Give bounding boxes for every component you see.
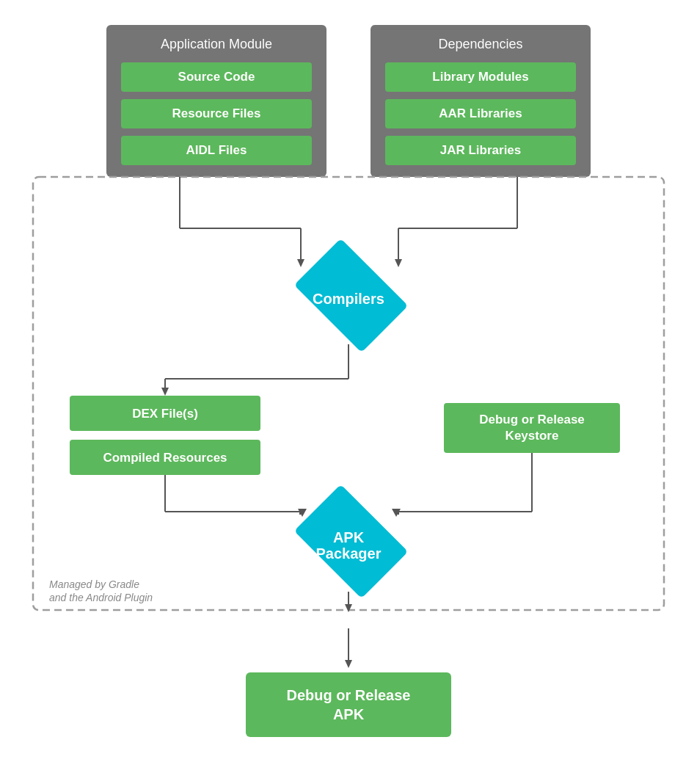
svg-marker-15 [161,388,169,396]
final-apk-line1: Debug or Release [287,687,411,703]
svg-marker-28 [392,509,401,517]
top-row: Application Module Source Code Resource … [18,25,679,177]
dependencies-box: Dependencies Library Modules AAR Librari… [371,25,591,177]
svg-marker-6 [297,259,304,267]
svg-text:Managed by Gradle: Managed by Gradle [49,578,139,590]
application-module-title: Application Module [161,37,272,52]
library-modules-btn: Library Modules [385,62,576,92]
application-module-box: Application Module Source Code Resource … [106,25,326,177]
svg-text:Keystore: Keystore [506,429,559,443]
source-code-btn: Source Code [121,62,312,92]
svg-text:Debug or Release: Debug or Release [479,413,585,427]
flow-diagram-svg: Managed by Gradle and the Android Plugin… [18,170,679,698]
compiled-resources-label: Compiled Resources [103,451,227,465]
svg-marker-33 [345,604,352,612]
svg-text:Packager: Packager [316,545,382,562]
svg-text:and the Android Plugin: and the Android Plugin [49,592,153,603]
svg-marker-35 [345,660,352,668]
compilers-label: Compilers [313,291,384,307]
diagram: Application Module Source Code Resource … [18,18,679,766]
svg-marker-24 [298,509,307,517]
aar-libraries-btn: AAR Libraries [385,99,576,128]
jar-libraries-btn: JAR Libraries [385,136,576,165]
dependencies-title: Dependencies [438,37,522,52]
svg-marker-10 [395,259,402,267]
bottom-section: Debug or Release APK [246,628,451,737]
svg-rect-18 [444,403,620,453]
final-apk-btn: Debug or Release APK [246,672,451,737]
resource-files-btn: Resource Files [121,99,312,128]
svg-text:APK: APK [333,529,365,545]
final-apk-line2: APK [333,706,364,722]
aidl-files-btn: AIDL Files [121,136,312,165]
arrow-down-svg [312,628,385,672]
dex-files-label: DEX File(s) [132,407,198,421]
